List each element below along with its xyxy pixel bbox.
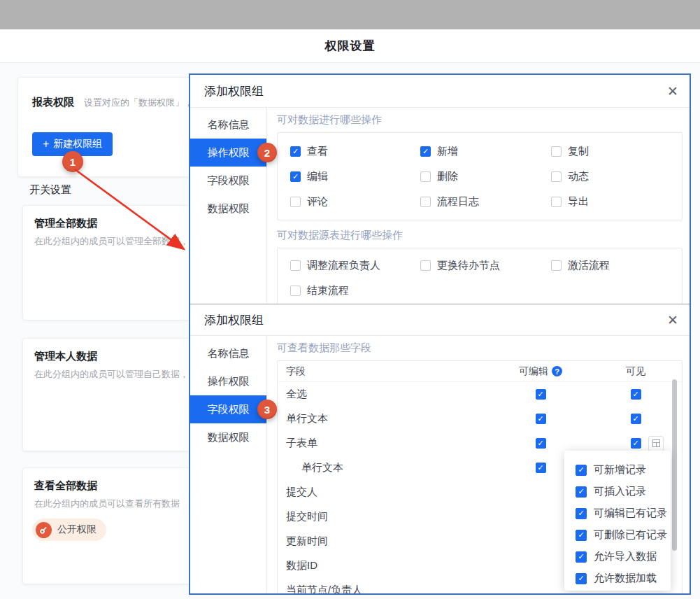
editable-cell: ✓ [492,438,590,449]
option-label: 激活流程 [568,259,610,272]
option-查看[interactable]: ✓查看 [290,139,420,164]
field-name: 单行文本 [278,412,492,425]
column-field: 字段 [278,365,492,378]
checkbox[interactable] [290,286,301,296]
modal-header: 添加权限组 ✕ [190,75,690,108]
tab-字段权限[interactable]: 字段权限 [190,167,266,195]
card-title: 管理全部数据 [34,217,97,230]
checkbox[interactable] [551,260,562,271]
close-icon[interactable]: ✕ [667,85,678,98]
checkbox[interactable]: ✓ [576,573,587,584]
option-label: 调整流程负责人 [307,259,380,272]
popover-option-label: 允许导入数据 [594,550,657,563]
question-icon[interactable]: ? [552,366,562,376]
tab-label: 名称信息 [208,347,250,360]
public-permission-badge: 公开权限 [32,519,106,541]
visible-cell: ✓ [590,438,682,449]
checkbox[interactable]: ✓ [536,414,546,424]
key-icon [36,522,52,538]
checkbox[interactable]: ✓ [631,414,641,424]
tab-名称信息[interactable]: 名称信息 [190,339,266,367]
card-desc: 在此分组内的成员可以管理自己数据，并拥 [34,368,197,381]
checkbox[interactable] [551,197,562,207]
checkbox[interactable]: ✓ [536,438,546,449]
editable-cell: ✓ [492,414,590,424]
checkbox[interactable]: ✓ [631,389,641,400]
tab-label: 操作权限 [208,375,250,388]
option-导出[interactable]: 导出 [551,189,682,214]
checkbox[interactable]: ✓ [290,171,301,182]
tab-数据权限[interactable]: 数据权限 [190,195,266,223]
field-row-单行文本: 单行文本✓✓ [278,407,682,431]
checkbox[interactable]: ✓ [576,486,587,498]
tab-操作权限[interactable]: 操作权限2 [190,139,266,167]
checkbox[interactable] [290,260,301,271]
card-title: 查看全部数据 [34,479,97,493]
checkbox[interactable]: ✓ [536,463,546,473]
column-editable: 可编辑 [519,365,548,378]
field-name: 当前节点/负责人 [278,584,492,593]
option-更换待办节点[interactable]: 更换待办节点 [420,253,551,278]
viewable-fields-label: 可查看数据那些字段 [277,341,683,355]
checkbox[interactable] [420,171,431,182]
option-动态[interactable]: 动态 [551,164,682,189]
option-流程日志[interactable]: 流程日志 [420,189,551,214]
tab-数据权限[interactable]: 数据权限 [190,423,266,451]
checkbox[interactable] [551,171,562,182]
option-label: 编辑 [307,170,328,183]
option-新增[interactable]: ✓新增 [420,139,551,164]
popover-option-可插入记录[interactable]: ✓可插入记录 [576,481,671,502]
popover-option-可删除已有记录[interactable]: ✓可删除已有记录 [576,524,671,546]
source-table-operations-label: 可对数据源表进行哪些操作 [277,229,683,242]
tab-名称信息[interactable]: 名称信息 [190,111,266,139]
subform-grid-icon [652,439,660,447]
checkbox[interactable] [290,197,301,207]
checkbox[interactable] [420,260,431,271]
option-评论[interactable]: 评论 [290,189,420,214]
checkbox[interactable]: ✓ [576,508,587,519]
checkbox[interactable]: ✓ [536,389,546,400]
option-结束流程[interactable]: 结束流程 [290,278,420,303]
step-badge: 2 [257,143,277,162]
checkbox[interactable]: ✓ [420,146,431,157]
subform-settings-button[interactable] [648,436,664,451]
close-icon[interactable]: ✕ [667,313,678,327]
tab-label: 字段权限 [208,174,250,188]
option-编辑[interactable]: ✓编辑 [290,164,420,189]
permission-group-card-manage-all: 管理全部数据 在此分组内的成员可以管理全部数据，并拥 [22,205,197,320]
checkbox[interactable]: ✓ [576,551,587,563]
popover-option-允许数据加载[interactable]: ✓允许数据加载 [576,568,671,589]
checkbox[interactable]: ✓ [290,146,301,157]
option-调整流程负责人[interactable]: 调整流程负责人 [290,253,420,278]
popover-option-可编辑已有记录[interactable]: ✓可编辑已有记录 [576,502,671,524]
tab-label: 数据权限 [208,431,250,444]
card-title: 管理本人数据 [34,350,97,363]
add-permission-group-modal-fields: 添加权限组 ✕ 名称信息操作权限字段权限3数据权限 可查看数据那些字段 字段 可… [190,304,690,593]
tab-操作权限[interactable]: 操作权限 [190,367,266,395]
checkbox[interactable]: ✓ [631,438,641,449]
popover-option-允许导入数据[interactable]: ✓允许导入数据 [576,546,671,568]
option-激活流程[interactable]: 激活流程 [551,253,682,278]
modal-header: 添加权限组 ✕ [190,304,690,336]
field-table-header: 字段 可编辑 ? 可见 [278,361,682,382]
tab-字段权限[interactable]: 字段权限3 [190,395,266,423]
report-permission-desc: 设置对应的「数据权限」，可 [84,97,199,108]
checkbox[interactable]: ✓ [576,530,587,541]
option-删除[interactable]: 删除 [420,164,551,189]
modal-content: 可查看数据那些字段 字段 可编辑 ? 可见 全选✓✓单行文本✓✓子表单✓✓单行文… [267,336,690,593]
popover-option-label: 可删除已有记录 [594,528,667,542]
top-gray-bar [0,0,700,29]
popover-option-可新增记录[interactable]: ✓可新增记录 [576,459,671,481]
step-badge-1: 1 [62,151,83,172]
card-desc: 在此分组内的成员可以管理全部数据，并拥 [34,235,197,248]
scrollbar-thumb[interactable] [672,379,677,551]
column-visible: 可见 [590,365,682,378]
checkbox[interactable]: ✓ [576,465,587,476]
checkbox[interactable] [551,146,562,157]
field-name: 单行文本 [278,461,492,474]
field-permission-table: 字段 可编辑 ? 可见 全选✓✓单行文本✓✓子表单✓✓单行文本✓提交人提交时间更… [277,360,683,593]
option-复制[interactable]: 复制 [551,139,682,164]
checkbox[interactable] [420,197,431,207]
tab-label: 名称信息 [208,118,250,132]
option-label: 删除 [437,170,458,183]
